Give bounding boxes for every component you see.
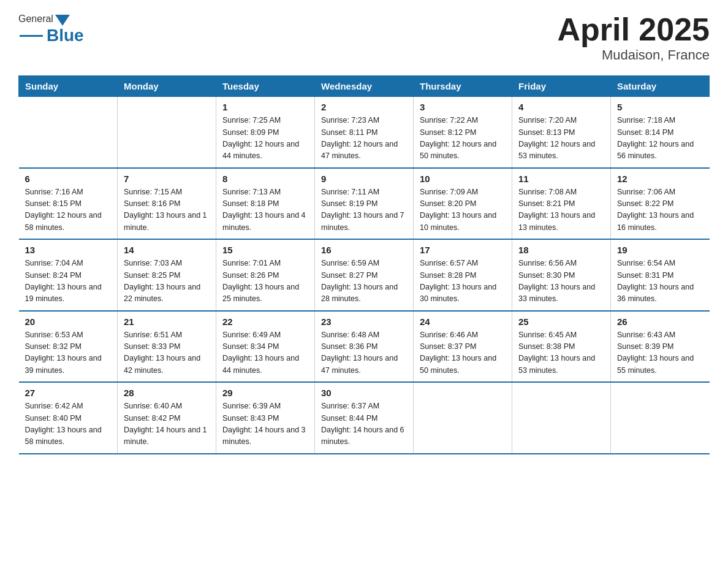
day-info: Sunrise: 7:23 AM Sunset: 8:11 PM Dayligh… (321, 115, 407, 163)
day-number: 11 (518, 174, 604, 184)
day-info: Sunrise: 6:42 AM Sunset: 8:40 PM Dayligh… (25, 400, 112, 448)
day-number: 18 (518, 245, 604, 255)
calendar-cell (19, 97, 118, 168)
calendar-week-row: 27Sunrise: 6:42 AM Sunset: 8:40 PM Dayli… (19, 382, 710, 454)
day-info: Sunrise: 6:51 AM Sunset: 8:33 PM Dayligh… (124, 329, 210, 377)
day-info: Sunrise: 6:46 AM Sunset: 8:37 PM Dayligh… (420, 329, 506, 377)
day-info: Sunrise: 7:22 AM Sunset: 8:12 PM Dayligh… (420, 115, 506, 163)
day-info: Sunrise: 7:01 AM Sunset: 8:26 PM Dayligh… (222, 258, 308, 305)
day-number: 26 (617, 316, 703, 327)
day-number: 2 (321, 102, 407, 112)
day-info: Sunrise: 6:45 AM Sunset: 8:38 PM Dayligh… (518, 329, 604, 377)
calendar-cell: 24Sunrise: 6:46 AM Sunset: 8:37 PM Dayli… (414, 311, 512, 383)
logo: General Blue (18, 12, 84, 45)
day-info: Sunrise: 7:09 AM Sunset: 8:20 PM Dayligh… (420, 186, 506, 234)
logo-general-text: General (18, 13, 53, 25)
calendar-cell: 14Sunrise: 7:03 AM Sunset: 8:25 PM Dayli… (118, 239, 216, 311)
calendar-header-monday: Monday (118, 76, 216, 97)
calendar-cell: 4Sunrise: 7:20 AM Sunset: 8:13 PM Daylig… (512, 97, 611, 168)
day-number: 15 (222, 245, 308, 255)
calendar-header-wednesday: Wednesday (315, 76, 414, 97)
day-info: Sunrise: 6:39 AM Sunset: 8:43 PM Dayligh… (222, 400, 308, 448)
calendar-week-row: 13Sunrise: 7:04 AM Sunset: 8:24 PM Dayli… (19, 239, 710, 311)
calendar-cell: 17Sunrise: 6:57 AM Sunset: 8:28 PM Dayli… (414, 239, 512, 311)
calendar-cell: 15Sunrise: 7:01 AM Sunset: 8:26 PM Dayli… (216, 239, 315, 311)
calendar-cell (414, 382, 512, 454)
calendar-cell: 5Sunrise: 7:18 AM Sunset: 8:14 PM Daylig… (611, 97, 710, 168)
logo-blue-text: Blue (47, 26, 84, 45)
day-info: Sunrise: 6:53 AM Sunset: 8:32 PM Dayligh… (25, 329, 112, 377)
title-block: April 2025 Mudaison, France (557, 12, 710, 63)
day-info: Sunrise: 7:16 AM Sunset: 8:15 PM Dayligh… (25, 186, 112, 234)
calendar-cell: 10Sunrise: 7:09 AM Sunset: 8:20 PM Dayli… (414, 168, 512, 240)
day-number: 8 (222, 174, 308, 184)
day-number: 1 (222, 102, 308, 112)
calendar-cell: 22Sunrise: 6:49 AM Sunset: 8:34 PM Dayli… (216, 311, 315, 383)
calendar-cell: 23Sunrise: 6:48 AM Sunset: 8:36 PM Dayli… (315, 311, 414, 383)
calendar-cell: 11Sunrise: 7:08 AM Sunset: 8:21 PM Dayli… (512, 168, 611, 240)
day-info: Sunrise: 7:25 AM Sunset: 8:09 PM Dayligh… (222, 115, 308, 163)
day-info: Sunrise: 7:11 AM Sunset: 8:19 PM Dayligh… (321, 186, 407, 234)
calendar-header-saturday: Saturday (611, 76, 710, 97)
page-header: General Blue April 2025 Mudaison, France (18, 12, 710, 63)
calendar-cell: 6Sunrise: 7:16 AM Sunset: 8:15 PM Daylig… (19, 168, 118, 240)
calendar-cell: 13Sunrise: 7:04 AM Sunset: 8:24 PM Dayli… (19, 239, 118, 311)
calendar-header-thursday: Thursday (414, 76, 512, 97)
day-info: Sunrise: 7:06 AM Sunset: 8:22 PM Dayligh… (617, 186, 703, 234)
day-number: 24 (420, 316, 506, 327)
day-info: Sunrise: 6:43 AM Sunset: 8:39 PM Dayligh… (617, 329, 703, 377)
calendar-cell: 18Sunrise: 6:56 AM Sunset: 8:30 PM Dayli… (512, 239, 611, 311)
day-number: 9 (321, 174, 407, 184)
day-info: Sunrise: 6:56 AM Sunset: 8:30 PM Dayligh… (518, 258, 604, 305)
calendar-week-row: 1Sunrise: 7:25 AM Sunset: 8:09 PM Daylig… (19, 97, 710, 168)
day-number: 13 (25, 245, 112, 255)
calendar-cell: 3Sunrise: 7:22 AM Sunset: 8:12 PM Daylig… (414, 97, 512, 168)
day-info: Sunrise: 6:59 AM Sunset: 8:27 PM Dayligh… (321, 258, 407, 305)
calendar-cell (512, 382, 611, 454)
calendar-week-row: 20Sunrise: 6:53 AM Sunset: 8:32 PM Dayli… (19, 311, 710, 383)
calendar-cell: 1Sunrise: 7:25 AM Sunset: 8:09 PM Daylig… (216, 97, 315, 168)
page-subtitle: Mudaison, France (557, 47, 710, 63)
day-number: 6 (25, 174, 112, 184)
day-number: 20 (25, 316, 112, 327)
day-number: 29 (222, 388, 308, 398)
calendar-header-row: SundayMondayTuesdayWednesdayThursdayFrid… (19, 76, 710, 97)
day-info: Sunrise: 6:37 AM Sunset: 8:44 PM Dayligh… (321, 400, 407, 448)
page-title: April 2025 (557, 12, 710, 47)
calendar-cell: 29Sunrise: 6:39 AM Sunset: 8:43 PM Dayli… (216, 382, 315, 454)
day-info: Sunrise: 7:15 AM Sunset: 8:16 PM Dayligh… (124, 186, 210, 234)
day-info: Sunrise: 6:40 AM Sunset: 8:42 PM Dayligh… (124, 400, 210, 448)
day-number: 19 (617, 245, 703, 255)
day-info: Sunrise: 7:20 AM Sunset: 8:13 PM Dayligh… (518, 115, 604, 163)
calendar-table: SundayMondayTuesdayWednesdayThursdayFrid… (18, 75, 710, 454)
day-number: 30 (321, 388, 407, 398)
day-info: Sunrise: 6:54 AM Sunset: 8:31 PM Dayligh… (617, 258, 703, 305)
day-number: 17 (420, 245, 506, 255)
day-number: 7 (124, 174, 210, 184)
calendar-cell: 7Sunrise: 7:15 AM Sunset: 8:16 PM Daylig… (118, 168, 216, 240)
day-number: 27 (25, 388, 112, 398)
calendar-cell: 8Sunrise: 7:13 AM Sunset: 8:18 PM Daylig… (216, 168, 315, 240)
calendar-header-friday: Friday (512, 76, 611, 97)
calendar-header-tuesday: Tuesday (216, 76, 315, 97)
day-number: 16 (321, 245, 407, 255)
calendar-cell: 16Sunrise: 6:59 AM Sunset: 8:27 PM Dayli… (315, 239, 414, 311)
day-number: 10 (420, 174, 506, 184)
day-info: Sunrise: 7:08 AM Sunset: 8:21 PM Dayligh… (518, 186, 604, 234)
calendar-cell: 19Sunrise: 6:54 AM Sunset: 8:31 PM Dayli… (611, 239, 710, 311)
calendar-header-sunday: Sunday (19, 76, 118, 97)
day-info: Sunrise: 6:49 AM Sunset: 8:34 PM Dayligh… (222, 329, 308, 377)
day-number: 5 (617, 102, 703, 112)
day-info: Sunrise: 7:04 AM Sunset: 8:24 PM Dayligh… (25, 258, 112, 305)
day-number: 14 (124, 245, 210, 255)
calendar-week-row: 6Sunrise: 7:16 AM Sunset: 8:15 PM Daylig… (19, 168, 710, 240)
calendar-cell: 2Sunrise: 7:23 AM Sunset: 8:11 PM Daylig… (315, 97, 414, 168)
calendar-cell: 20Sunrise: 6:53 AM Sunset: 8:32 PM Dayli… (19, 311, 118, 383)
day-info: Sunrise: 7:18 AM Sunset: 8:14 PM Dayligh… (617, 115, 703, 163)
calendar-cell: 9Sunrise: 7:11 AM Sunset: 8:19 PM Daylig… (315, 168, 414, 240)
logo-arrow-icon (55, 15, 70, 26)
day-info: Sunrise: 6:48 AM Sunset: 8:36 PM Dayligh… (321, 329, 407, 377)
day-number: 21 (124, 316, 210, 327)
day-number: 4 (518, 102, 604, 112)
calendar-cell: 25Sunrise: 6:45 AM Sunset: 8:38 PM Dayli… (512, 311, 611, 383)
